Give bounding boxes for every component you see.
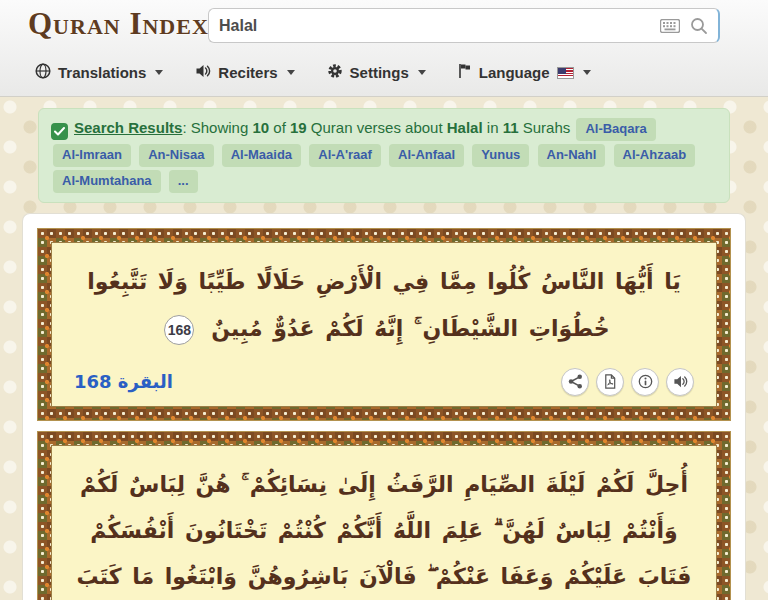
share-icon[interactable] [561,368,589,396]
verse-frame: أُحِلَّ لَكُمْ لَيْلَةَ الصِّيَامِ الرَّ… [37,431,731,600]
us-flag-icon [557,67,574,79]
search-input[interactable] [219,17,650,35]
audio-icon[interactable] [666,368,694,396]
chevron-down-icon [418,70,426,75]
nav-settings[interactable]: Settings [327,63,426,82]
surah-tag[interactable]: Al-Imraan [53,144,131,167]
results-surah-count: 11 [503,119,519,136]
globe-icon [35,63,51,82]
search-results-panel: Search Results: Showing 10 of 19 Quran v… [38,108,730,203]
surah-tag-more[interactable]: ... [169,170,198,193]
gear-icon [327,63,343,82]
results-of: of [273,119,286,136]
search-results-link[interactable]: Search Results [74,119,182,136]
nav-reciters[interactable]: Reciters [195,63,294,82]
checkbox-checked-icon[interactable] [51,123,68,140]
nav-translations-label: Translations [58,64,146,81]
info-icon[interactable] [631,368,659,396]
page-background: Search Results: Showing 10 of 19 Quran v… [0,97,768,600]
nav-language[interactable]: Language [458,63,591,82]
verse-footer: البقرة 168 [74,368,694,396]
verse-box-187: أُحِلَّ لَكُمْ لَيْلَةَ الصِّيَامِ الرَّ… [51,445,717,600]
search-icon[interactable] [690,17,708,35]
surah-tag[interactable]: Al-Mumtahana [53,170,161,193]
surah-tag[interactable]: Al-Baqara [576,118,655,141]
pdf-icon[interactable] [596,368,624,396]
flag-icon [458,63,472,82]
main-nav: Translations Reciters Settings [35,63,591,82]
results-keyword: Halal [447,119,483,136]
search-box[interactable] [208,8,720,43]
speaker-icon [195,63,211,82]
verse-box-168: يَا أَيُّهَا النَّاسُ كُلُوا مِمَّا فِي … [51,242,717,406]
verse-reference-link[interactable]: البقرة 168 [74,371,173,392]
verse-arabic-text: يَا أَيُّهَا النَّاسُ كُلُوا مِمَّا فِي … [74,259,694,351]
results-count-shown: 10 [252,119,269,136]
surah-tag[interactable]: Al-Ahzaab [614,144,696,167]
results-showing: Showing [191,119,249,136]
keyboard-icon[interactable] [660,19,680,33]
results-surahs-label: Surahs [523,119,571,136]
verses-card: يَا أَيُّهَا النَّاسُ كُلُوا مِمَّا فِي … [22,213,746,600]
surah-tag[interactable]: Yunus [472,144,529,167]
surah-tag[interactable]: An-Nisaa [139,144,213,167]
results-count-total: 19 [290,119,307,136]
site-logo[interactable]: Quran Index [28,6,209,42]
verse-arabic-text: أُحِلَّ لَكُمْ لَيْلَةَ الصِّيَامِ الرَّ… [74,462,694,600]
surah-tag[interactable]: Al-Anfaal [389,144,464,167]
nav-language-label: Language [479,64,550,81]
nav-reciters-label: Reciters [218,64,277,81]
nav-translations[interactable]: Translations [35,63,163,82]
surah-tag[interactable]: An-Nahl [538,144,606,167]
results-in: in [487,119,499,136]
results-about: Quran verses about [311,119,443,136]
verse-actions [561,368,694,396]
header: Quran Index [0,0,768,97]
nav-settings-label: Settings [350,64,409,81]
surah-tag[interactable]: Al-Maaida [222,144,301,167]
results-colon: : [182,119,186,136]
verse-frame: يَا أَيُّهَا النَّاسُ كُلُوا مِمَّا فِي … [37,228,731,420]
chevron-down-icon [287,70,295,75]
verse-number-badge: 168 [164,315,194,345]
chevron-down-icon [583,70,591,75]
chevron-down-icon [155,70,163,75]
surah-tag[interactable]: Al-A'raaf [309,144,381,167]
